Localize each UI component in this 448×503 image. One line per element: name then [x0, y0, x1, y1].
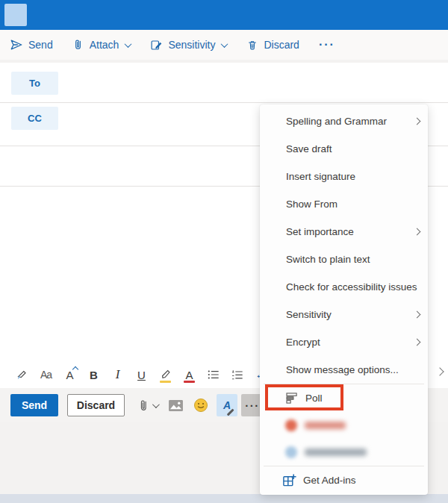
menu-item-insert-signature[interactable]: Insert signature [260, 163, 428, 190]
emoji-button[interactable] [193, 394, 208, 416]
chevron-down-icon [125, 40, 132, 48]
discard-label: Discard [264, 39, 299, 51]
poll-highlight-box [265, 384, 343, 410]
attach-button[interactable]: Attach [72, 38, 131, 51]
redacted-addin-icon [285, 419, 297, 431]
redacted-label [305, 422, 346, 429]
numbered-list-icon[interactable] [230, 366, 244, 383]
menu-item-sensitivity[interactable]: Sensitivity [260, 301, 428, 328]
underline-button[interactable]: U [134, 366, 149, 383]
menu-item-show-from[interactable]: Show From [260, 190, 428, 218]
menu-item-spelling-grammar[interactable]: Spelling and Grammar [260, 107, 428, 135]
send-button[interactable]: Send [10, 394, 58, 416]
to-button[interactable]: To [11, 72, 58, 95]
menu-item-switch-plain-text[interactable]: Switch to plain text [260, 246, 428, 273]
send-button-toolbar[interactable]: Send [10, 38, 53, 51]
bullet-list-icon[interactable] [206, 366, 220, 383]
discard-button[interactable]: Discard [67, 394, 125, 416]
bottom-edge-strip [0, 494, 448, 503]
toolbar-overflow-button[interactable]: ··· [319, 38, 335, 51]
menu-item-save-draft[interactable]: Save draft [260, 135, 428, 163]
font-color-bar [184, 381, 195, 383]
menu-item-redacted-addin-2[interactable] [260, 439, 428, 466]
menu-item-redacted-addin-1[interactable] [260, 411, 428, 439]
divider [0, 102, 448, 103]
bold-button[interactable]: B [87, 366, 101, 383]
chevron-right-icon [414, 228, 421, 235]
paperclip-icon [72, 38, 84, 51]
discard-button-toolbar[interactable]: Discard [246, 39, 299, 51]
chevron-down-icon [221, 40, 228, 48]
chevron-right-icon [414, 117, 421, 125]
text-highlight-button[interactable] [158, 366, 172, 383]
redacted-addin-icon [285, 446, 297, 458]
ellipsis-icon: ··· [319, 38, 335, 51]
italic-button[interactable]: I [111, 366, 125, 383]
send-icon [10, 38, 23, 51]
menu-item-set-importance[interactable]: Set importance [260, 218, 428, 246]
get-addins-icon [282, 473, 296, 487]
chevron-down-icon [152, 401, 160, 408]
font-name-button[interactable]: Aa [39, 366, 53, 383]
sensitivity-button[interactable]: Sensitivity [150, 39, 227, 51]
title-bar [0, 0, 448, 30]
highlight-color-bar [160, 381, 171, 383]
sensitivity-label: Sensitivity [168, 39, 215, 51]
attach-label: Attach [90, 39, 119, 51]
outlook-compose-window: Send Attach Sensitivity Discard ··· To C… [0, 0, 448, 503]
send-label: Send [28, 39, 53, 51]
insert-image-button[interactable] [168, 394, 184, 416]
font-size-button[interactable]: A [63, 366, 77, 383]
menu-item-get-addins[interactable]: Get Add-ins [260, 466, 428, 494]
more-options-context-menu: Spelling and Grammar Save draft Insert s… [260, 104, 428, 495]
menu-item-check-accessibility[interactable]: Check for accessibility issues [260, 273, 428, 301]
menu-item-show-message-options[interactable]: Show message options... [260, 356, 428, 384]
chevron-right-icon [414, 338, 421, 346]
chevron-right-icon [414, 310, 421, 318]
compose-toolbar: Send Attach Sensitivity Discard ··· [0, 30, 448, 60]
menu-item-encrypt[interactable]: Encrypt [260, 328, 428, 356]
attach-file-button[interactable] [138, 394, 158, 416]
trash-icon [246, 39, 258, 51]
cc-button[interactable]: CC [11, 107, 58, 130]
draw-ink-button[interactable]: A [217, 394, 237, 416]
redacted-label [305, 449, 367, 456]
format-painter-icon[interactable] [15, 366, 29, 383]
app-logo-tile[interactable] [4, 4, 27, 26]
sensitivity-icon [150, 39, 163, 51]
font-color-button[interactable]: A [182, 366, 196, 383]
